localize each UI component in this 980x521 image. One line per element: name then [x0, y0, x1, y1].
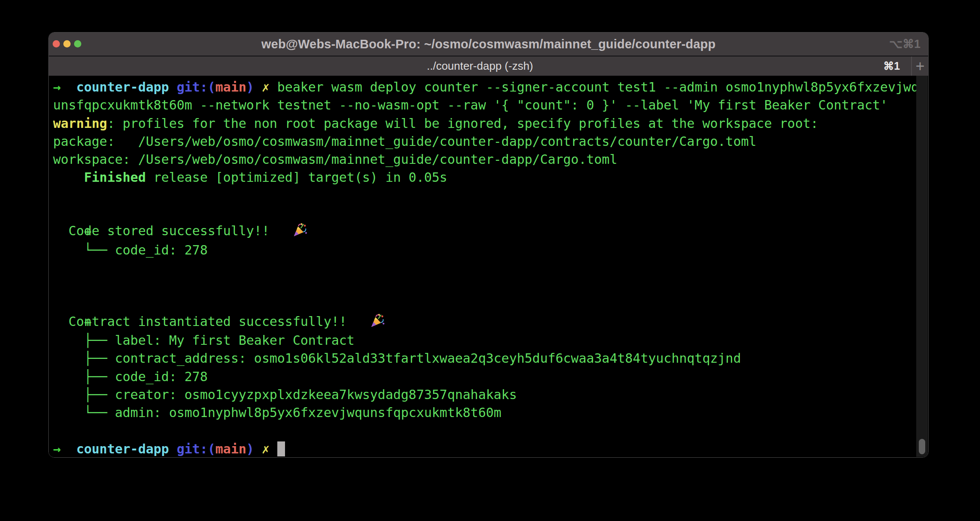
terminal-line: ├── contract_address: osmo1s06kl52ald33t…	[53, 349, 928, 367]
segment-out: ├── label: My first Beaker Contract	[53, 333, 354, 348]
terminal-line: unsfqpcxukmtk8t60m --network testnet --n…	[53, 96, 928, 114]
window-shortcut-badge: ⌥⌘1	[889, 33, 921, 56]
segment-git: git:(	[177, 441, 215, 456]
terminal-line: Finished release [optimized] target(s) i…	[53, 169, 928, 186]
segment-out: package: /Users/web/osmo/cosmwasm/mainne…	[53, 134, 757, 149]
terminal-line: warning: profiles for the non root packa…	[53, 115, 928, 133]
segment-git: )	[246, 80, 254, 95]
segment-sp	[270, 441, 277, 456]
segment-branch: main	[215, 80, 246, 95]
segment-out: : profiles for the non root package will…	[107, 116, 818, 131]
segment-out: ├── creator: osmo1cyyzpxplxdzkeea7kwsyda…	[53, 387, 517, 402]
segment-git: git:(	[177, 80, 215, 95]
terminal-line: workspace: /Users/web/osmo/cosmwasm/main…	[53, 151, 928, 169]
segment-warn: warning	[53, 116, 107, 131]
segment-out: └── admin: osmo1nyphwl8p5yx6fxzevjwqunsf…	[53, 405, 502, 420]
segment-out: ├── code_id: 278	[53, 369, 208, 384]
segment-out: └── code_id: 278	[53, 243, 208, 258]
segment-arrow: →	[53, 80, 61, 95]
traffic-lights	[53, 40, 81, 47]
terminal-line: └── admin: osmo1nyphwl8p5yx6fxzevjwqunsf…	[53, 404, 928, 422]
segment-sp	[270, 80, 277, 95]
close-button[interactable]	[53, 40, 60, 47]
segment-out: ├── contract_address: osmo1s06kl52ald33t…	[53, 351, 741, 366]
segment-out: release [optimized] target(s) in 0.05s	[146, 170, 447, 185]
zoom-button[interactable]	[74, 40, 81, 47]
tab-shortcut-badge: ⌘1	[883, 56, 900, 76]
segment-branch: main	[215, 441, 246, 456]
segment-out	[53, 170, 84, 185]
segment-out: Contract instantiated successfully!!	[53, 314, 354, 329]
party-popper-icon	[277, 205, 307, 243]
terminal-output: → counter-dapp git:(main) ✗ beaker wasm …	[53, 78, 928, 457]
segment-out: +	[53, 315, 92, 330]
window-title: web@Webs-MacBook-Pro: ~/osmo/cosmwasm/ma…	[261, 37, 716, 51]
tab-label: ../counter-dapp (-zsh)	[427, 59, 533, 73]
segment-out: workspace: /Users/web/osmo/cosmwasm/main…	[53, 152, 618, 167]
title-bar[interactable]: web@Webs-MacBook-Pro: ~/osmo/cosmwasm/ma…	[49, 33, 928, 56]
segment-dir: counter-dapp	[76, 441, 169, 456]
terminal-line: → counter-dapp git:(main) ✗	[53, 440, 928, 457]
terminal-line	[53, 422, 928, 440]
segment-dirty: ✗	[262, 441, 270, 456]
terminal-line: Code stored successfully!!	[53, 205, 928, 223]
terminal-line: package: /Users/web/osmo/cosmwasm/mainne…	[53, 133, 928, 151]
segment-sp	[61, 80, 76, 95]
terminal-line: ├── creator: osmo1cyyzpxplxdzkeea7kwsyda…	[53, 386, 928, 404]
segment-sp	[61, 441, 76, 456]
segment-sp	[254, 441, 262, 456]
party-popper-icon	[354, 296, 384, 333]
terminal-line: └── code_id: 278	[53, 241, 928, 259]
terminal-line	[53, 187, 928, 205]
segment-cmd: beaker wasm deploy counter --signer-acco…	[277, 80, 919, 95]
terminal-line: ├── label: My first Beaker Contract	[53, 332, 928, 349]
segment-cmd: unsfqpcxukmtk8t60m --network testnet --n…	[53, 98, 888, 112]
terminal-line	[53, 259, 928, 277]
segment-sp	[254, 80, 262, 95]
segment-outb: Finished	[84, 170, 146, 185]
terminal-line: → counter-dapp git:(main) ✗ beaker wasm …	[53, 78, 928, 96]
terminal-window: web@Webs-MacBook-Pro: ~/osmo/cosmwasm/ma…	[48, 32, 929, 458]
segment-git: )	[246, 441, 254, 456]
terminal-line: Contract instantiated successfully!!	[53, 296, 928, 314]
segment-sp	[169, 441, 177, 456]
scrollbar-thumb[interactable]	[919, 439, 925, 454]
segment-sp	[169, 80, 177, 95]
terminal-line	[53, 277, 928, 295]
segment-arrow: →	[53, 441, 61, 456]
tab-bar: ../counter-dapp (-zsh) ⌘1 +	[49, 56, 928, 76]
segment-dirty: ✗	[262, 80, 270, 95]
segment-dir: counter-dapp	[76, 80, 169, 95]
new-tab-button[interactable]: +	[912, 56, 928, 76]
tab-counter-dapp[interactable]: ../counter-dapp (-zsh) ⌘1	[49, 56, 911, 76]
terminal-screen[interactable]: → counter-dapp git:(main) ✗ beaker wasm …	[49, 76, 928, 457]
terminal-line: ├── code_id: 278	[53, 368, 928, 386]
minimize-button[interactable]	[63, 40, 71, 47]
segment-out: +	[53, 224, 92, 239]
scrollbar[interactable]	[916, 76, 928, 457]
cursor	[277, 441, 285, 456]
